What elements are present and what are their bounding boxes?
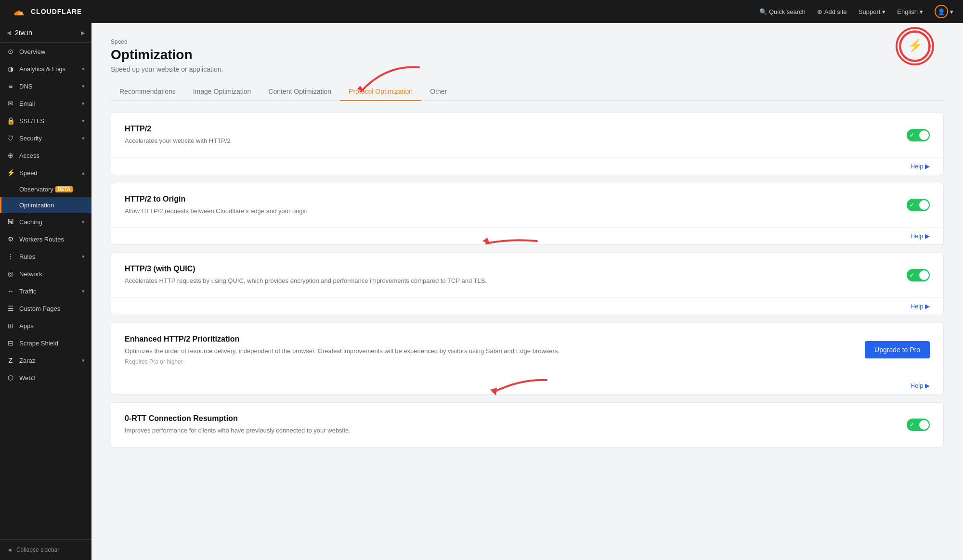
card-http2-origin-desc: Allow HTTP/2 requests between Cloudflare… xyxy=(125,206,897,216)
cloudflare-logo[interactable]: CLOUDFLARE xyxy=(10,6,82,17)
main-content: Speed Optimization Speed up your website… xyxy=(91,23,963,560)
add-site-button[interactable]: ⊕ Add site xyxy=(817,8,847,15)
toggle-slider: ✓ xyxy=(907,199,930,211)
scrape-shield-icon: ⊟ xyxy=(7,339,14,347)
traffic-icon: ↔ xyxy=(7,287,14,295)
sidebar-item-analytics[interactable]: ◑ Analytics & Logs ▾ xyxy=(0,60,91,77)
sidebar-item-speed[interactable]: ⚡ Speed ▴ xyxy=(0,164,91,181)
custom-pages-icon: ☰ xyxy=(7,305,14,312)
chevron-down-icon: ▾ xyxy=(950,8,953,15)
card-0rtt-title: 0-RTT Connection Resumption xyxy=(125,414,897,423)
card-http3-desc: Accelerates HTTP requests by using QUIC,… xyxy=(125,276,897,286)
sidebar-item-network[interactable]: ◎ Network xyxy=(0,265,91,282)
sidebar-item-apps[interactable]: ⊞ Apps xyxy=(0,317,91,334)
sidebar-item-caching[interactable]: 🖫 Caching ▾ xyxy=(0,213,91,230)
http2-help-link[interactable]: Help ▶ xyxy=(911,163,930,170)
chevron-icon: ▾ xyxy=(82,118,85,124)
http2-origin-help-link[interactable]: Help ▶ xyxy=(911,232,930,240)
sidebar-item-access[interactable]: ⊕ Access xyxy=(0,147,91,164)
sidebar-item-web3[interactable]: ⬡ Web3 xyxy=(0,369,91,386)
sidebar-item-email[interactable]: ✉ Email ▾ xyxy=(0,95,91,112)
card-http2-desc: Accelerates your website with HTTP/2 xyxy=(125,136,897,146)
beta-badge: Beta xyxy=(55,186,73,192)
email-icon: ✉ xyxy=(7,100,14,107)
top-navigation: CLOUDFLARE 🔍 Quick search ⊕ Add site Sup… xyxy=(0,0,963,23)
user-menu[interactable]: 👤 ▾ xyxy=(935,5,953,18)
collapse-sidebar-button[interactable]: ◄ Collapse sidebar xyxy=(0,539,91,560)
sidebar-item-scrape-shield[interactable]: ⊟ Scrape Shield xyxy=(0,334,91,352)
plus-icon: ⊕ xyxy=(817,8,822,15)
overview-icon: ⊙ xyxy=(7,48,14,55)
tab-recommendations[interactable]: Recommendations xyxy=(111,83,184,101)
sidebar-item-workers-routes[interactable]: ⚙ Workers Routes xyxy=(0,230,91,248)
enhanced-help-link[interactable]: Help ▶ xyxy=(911,382,930,389)
toggle-slider: ✓ xyxy=(907,129,930,141)
sidebar-item-ssl[interactable]: 🔒 SSL/TLS ▾ xyxy=(0,112,91,129)
card-http2-origin-title: HTTP/2 to Origin xyxy=(125,195,897,204)
card-http2-title: HTTP/2 xyxy=(125,125,897,133)
dns-icon: ≡ xyxy=(7,82,14,90)
domain-selector[interactable]: ◀ 2tw.in ▶ xyxy=(0,23,91,43)
http3-toggle[interactable]: ✓ xyxy=(907,269,930,281)
page-subtitle: Speed up your website or application. xyxy=(111,65,944,73)
card-http3-title: HTTP/3 (with QUIC) xyxy=(125,265,897,273)
sidebar-item-zaraz[interactable]: Z Zaraz ▾ xyxy=(0,352,91,369)
quick-search-button[interactable]: 🔍 Quick search xyxy=(759,8,806,15)
tab-image-optimization[interactable]: Image Optimization xyxy=(184,83,260,101)
sidebar-sub-item-optimization[interactable]: Optimization xyxy=(0,197,91,213)
zaraz-icon: Z xyxy=(7,356,14,364)
card-http2-origin: HTTP/2 to Origin Allow HTTP/2 requests b… xyxy=(111,183,944,245)
breadcrumb: Speed xyxy=(111,38,944,45)
sidebar-item-overview[interactable]: ⊙ Overview xyxy=(0,43,91,60)
chevron-icon: ▾ xyxy=(82,101,85,107)
search-icon: 🔍 xyxy=(759,8,767,15)
0rtt-toggle[interactable]: ✓ xyxy=(907,419,930,431)
sidebar-item-traffic[interactable]: ↔ Traffic ▾ xyxy=(0,282,91,300)
speed-icon: ⚡ xyxy=(7,169,14,177)
sidebar-item-rules[interactable]: ⋮ Rules ▾ xyxy=(0,248,91,265)
page-title: Optimization xyxy=(111,47,944,63)
http2-origin-toggle[interactable]: ✓ xyxy=(907,199,930,211)
http3-help-link[interactable]: Help ▶ xyxy=(911,303,930,310)
security-icon: 🛡 xyxy=(7,134,14,142)
rules-icon: ⋮ xyxy=(7,253,14,260)
sidebar-sub-item-observatory[interactable]: Observatory Beta xyxy=(0,181,91,197)
chevron-icon: ▾ xyxy=(82,288,85,294)
chevron-icon: ▾ xyxy=(82,83,85,89)
workers-icon: ⚙ xyxy=(7,235,14,243)
card-http2: HTTP/2 Accelerates your website with HTT… xyxy=(111,113,944,175)
toggle-slider: ✓ xyxy=(907,269,930,281)
ssl-icon: 🔒 xyxy=(7,117,14,125)
caching-icon: 🖫 xyxy=(7,218,14,226)
card-0rtt: 0-RTT Connection Resumption Improves per… xyxy=(111,402,944,447)
chevron-icon: ▴ xyxy=(82,170,85,176)
chevron-icon: ▾ xyxy=(82,357,85,364)
upgrade-to-pro-button[interactable]: Upgrade to Pro xyxy=(865,341,930,358)
apps-icon: ⊞ xyxy=(7,322,14,330)
network-icon: ◎ xyxy=(7,270,14,278)
sidebar: ◀ 2tw.in ▶ ⊙ Overview ◑ Analytics & Logs… xyxy=(0,23,91,560)
sidebar-item-custom-pages[interactable]: ☰ Custom Pages xyxy=(0,300,91,317)
card-enhanced-note: Requires Pro or higher xyxy=(125,358,855,365)
tab-protocol-optimization[interactable]: Protocol Optimization xyxy=(340,83,421,101)
web3-icon: ⬡ xyxy=(7,374,14,382)
support-menu[interactable]: Support ▾ xyxy=(859,8,886,15)
card-enhanced-http2: Enhanced HTTP/2 Prioritization Optimizes… xyxy=(111,323,944,395)
tab-content-optimization[interactable]: Content Optimization xyxy=(260,83,340,101)
language-menu[interactable]: English ▾ xyxy=(897,8,923,15)
http2-toggle[interactable]: ✓ xyxy=(907,129,930,141)
logo-text: CLOUDFLARE xyxy=(31,8,82,15)
chevron-icon: ▾ xyxy=(82,135,85,141)
user-avatar: 👤 xyxy=(935,5,948,18)
chevron-right-icon: ▶ xyxy=(81,30,85,36)
card-enhanced-desc: Optimizes the order of resource delivery… xyxy=(125,346,855,356)
page-tabs: Recommendations Image Optimization Conte… xyxy=(111,83,944,101)
card-enhanced-title: Enhanced HTTP/2 Prioritization xyxy=(125,335,855,344)
main-layout: ◀ 2tw.in ▶ ⊙ Overview ◑ Analytics & Logs… xyxy=(0,23,963,560)
analytics-icon: ◑ xyxy=(7,65,14,73)
access-icon: ⊕ xyxy=(7,152,14,159)
tab-other[interactable]: Other xyxy=(421,83,455,101)
sidebar-item-security[interactable]: 🛡 Security ▾ xyxy=(0,129,91,147)
chevron-icon: ▾ xyxy=(82,66,85,72)
sidebar-item-dns[interactable]: ≡ DNS ▾ xyxy=(0,77,91,95)
